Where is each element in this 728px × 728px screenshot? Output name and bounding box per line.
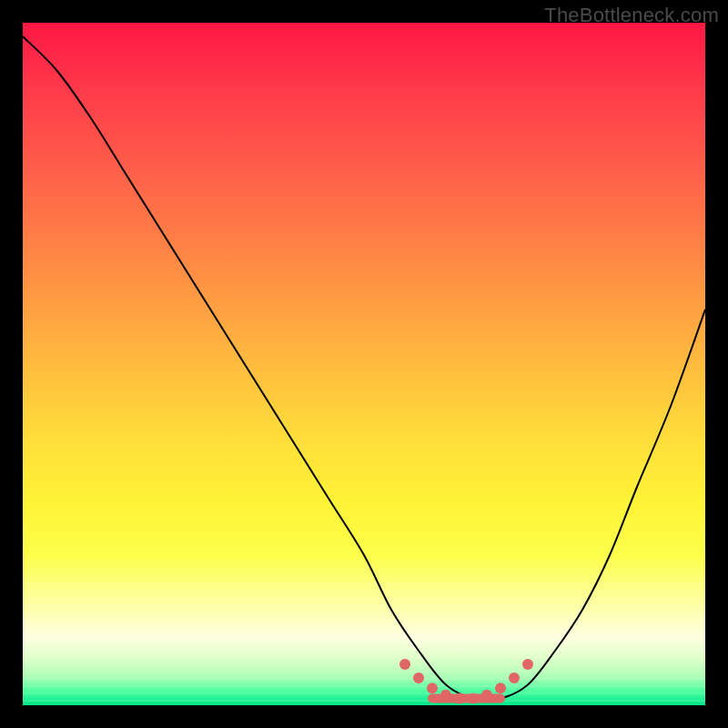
plot-area [23,23,705,705]
chart-frame: TheBottleneck.com [0,0,728,728]
bottleneck-curve-svg [23,23,705,705]
marker-dot [509,672,520,683]
marker-dot [427,682,438,693]
marker-dot [440,690,451,701]
marker-dot [454,693,465,704]
marker-dot [522,659,533,670]
marker-dot [481,690,492,701]
marker-dot [468,693,479,704]
marker-dot [413,672,424,683]
marker-dot [399,659,410,670]
watermark-text: TheBottleneck.com [544,4,719,27]
bottleneck-curve-path [23,36,705,700]
marker-dot [495,682,506,693]
